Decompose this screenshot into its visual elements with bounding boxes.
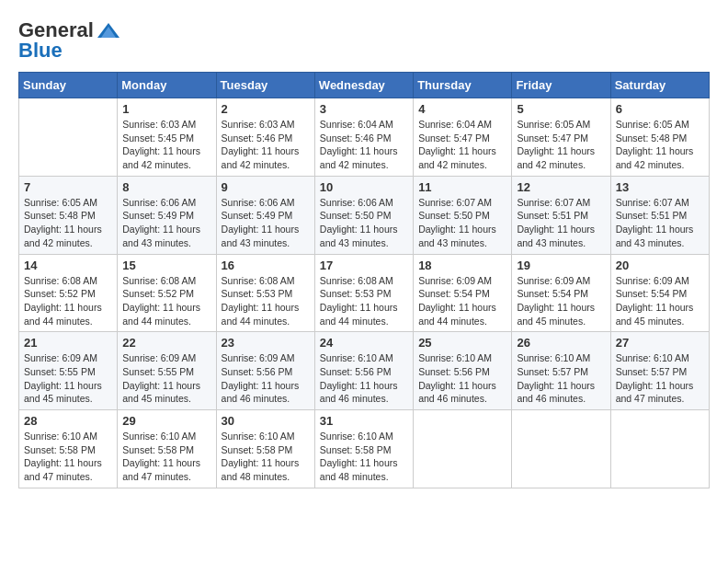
calendar-week-row: 28Sunrise: 6:10 AMSunset: 5:58 PMDayligh… — [19, 410, 710, 488]
day-detail: Sunrise: 6:05 AMSunset: 5:48 PMDaylight:… — [616, 118, 704, 172]
day-detail: Sunrise: 6:08 AMSunset: 5:53 PMDaylight:… — [320, 274, 408, 328]
day-detail: Sunrise: 6:05 AMSunset: 5:48 PMDaylight:… — [24, 196, 112, 250]
day-number: 25 — [418, 336, 506, 350]
day-detail: Sunrise: 6:09 AMSunset: 5:56 PMDaylight:… — [222, 351, 310, 406]
calendar-cell: 2Sunrise: 6:03 AMSunset: 5:46 PMDaylight… — [216, 98, 314, 177]
calendar-cell: 16Sunrise: 6:08 AMSunset: 5:53 PMDayligh… — [216, 254, 314, 332]
day-number: 19 — [517, 259, 605, 272]
calendar-cell: 6Sunrise: 6:05 AMSunset: 5:48 PMDaylight… — [610, 98, 709, 177]
logo: General Blue — [18, 18, 121, 63]
day-detail: Sunrise: 6:10 AMSunset: 5:56 PMDaylight:… — [418, 351, 506, 406]
calendar-cell: 1Sunrise: 6:03 AMSunset: 5:45 PMDaylight… — [118, 98, 216, 177]
calendar-cell: 31Sunrise: 6:10 AMSunset: 5:58 PMDayligh… — [314, 410, 413, 488]
day-header-sunday: Sunday — [19, 73, 118, 98]
calendar-week-row: 7Sunrise: 6:05 AMSunset: 5:48 PMDaylight… — [19, 176, 710, 254]
calendar-cell — [512, 410, 610, 488]
day-number: 11 — [418, 180, 506, 194]
calendar-week-row: 1Sunrise: 6:03 AMSunset: 5:45 PMDaylight… — [19, 98, 710, 177]
calendar-week-row: 14Sunrise: 6:08 AMSunset: 5:52 PMDayligh… — [19, 254, 710, 332]
day-number: 26 — [517, 336, 605, 350]
day-number: 27 — [616, 336, 704, 350]
day-number: 10 — [320, 180, 408, 194]
calendar-week-row: 21Sunrise: 6:09 AMSunset: 5:55 PMDayligh… — [19, 332, 710, 410]
calendar-cell — [414, 410, 512, 488]
day-detail: Sunrise: 6:08 AMSunset: 5:52 PMDaylight:… — [24, 274, 112, 328]
calendar-cell: 12Sunrise: 6:07 AMSunset: 5:51 PMDayligh… — [512, 176, 610, 254]
day-detail: Sunrise: 6:07 AMSunset: 5:51 PMDaylight:… — [616, 196, 704, 250]
day-number: 5 — [517, 102, 605, 116]
calendar-cell: 14Sunrise: 6:08 AMSunset: 5:52 PMDayligh… — [19, 254, 118, 332]
day-header-tuesday: Tuesday — [216, 73, 314, 98]
day-number: 4 — [418, 102, 506, 116]
day-detail: Sunrise: 6:10 AMSunset: 5:57 PMDaylight:… — [517, 351, 605, 406]
calendar-cell — [19, 98, 118, 177]
day-detail: Sunrise: 6:03 AMSunset: 5:46 PMDaylight:… — [222, 118, 310, 172]
day-number: 28 — [24, 414, 112, 428]
calendar-cell: 9Sunrise: 6:06 AMSunset: 5:49 PMDaylight… — [216, 176, 314, 254]
day-detail: Sunrise: 6:05 AMSunset: 5:47 PMDaylight:… — [517, 118, 605, 172]
day-number: 8 — [122, 180, 210, 194]
day-number: 15 — [122, 259, 210, 272]
calendar-cell: 19Sunrise: 6:09 AMSunset: 5:54 PMDayligh… — [512, 254, 610, 332]
calendar-table: SundayMondayTuesdayWednesdayThursdayFrid… — [18, 72, 710, 488]
day-detail: Sunrise: 6:09 AMSunset: 5:54 PMDaylight:… — [517, 274, 605, 328]
day-detail: Sunrise: 6:09 AMSunset: 5:54 PMDaylight:… — [418, 274, 506, 328]
calendar-cell: 28Sunrise: 6:10 AMSunset: 5:58 PMDayligh… — [19, 410, 118, 488]
logo-blue-text: Blue — [18, 39, 63, 63]
calendar-cell: 22Sunrise: 6:09 AMSunset: 5:55 PMDayligh… — [118, 332, 216, 410]
calendar-cell: 4Sunrise: 6:04 AMSunset: 5:47 PMDaylight… — [414, 98, 512, 177]
day-detail: Sunrise: 6:06 AMSunset: 5:49 PMDaylight:… — [222, 196, 310, 250]
day-number: 14 — [24, 259, 112, 272]
calendar-cell: 11Sunrise: 6:07 AMSunset: 5:50 PMDayligh… — [414, 176, 512, 254]
calendar-cell: 25Sunrise: 6:10 AMSunset: 5:56 PMDayligh… — [414, 332, 512, 410]
day-header-friday: Friday — [512, 73, 610, 98]
day-number: 29 — [122, 414, 210, 428]
calendar-cell: 15Sunrise: 6:08 AMSunset: 5:52 PMDayligh… — [118, 254, 216, 332]
calendar-cell: 24Sunrise: 6:10 AMSunset: 5:56 PMDayligh… — [314, 332, 413, 410]
day-number: 23 — [222, 336, 310, 350]
day-detail: Sunrise: 6:10 AMSunset: 5:58 PMDaylight:… — [24, 430, 112, 484]
day-detail: Sunrise: 6:03 AMSunset: 5:45 PMDaylight:… — [122, 118, 210, 172]
day-header-thursday: Thursday — [414, 73, 512, 98]
calendar-cell: 13Sunrise: 6:07 AMSunset: 5:51 PMDayligh… — [610, 176, 709, 254]
day-detail: Sunrise: 6:07 AMSunset: 5:50 PMDaylight:… — [418, 196, 506, 250]
day-detail: Sunrise: 6:09 AMSunset: 5:55 PMDaylight:… — [122, 351, 210, 406]
day-number: 13 — [616, 180, 704, 194]
calendar-cell: 26Sunrise: 6:10 AMSunset: 5:57 PMDayligh… — [512, 332, 610, 410]
day-number: 22 — [122, 336, 210, 350]
day-detail: Sunrise: 6:10 AMSunset: 5:56 PMDaylight:… — [320, 351, 408, 406]
calendar-cell: 10Sunrise: 6:06 AMSunset: 5:50 PMDayligh… — [314, 176, 413, 254]
day-number: 7 — [24, 180, 112, 194]
calendar-cell: 23Sunrise: 6:09 AMSunset: 5:56 PMDayligh… — [216, 332, 314, 410]
day-number: 20 — [616, 259, 704, 272]
calendar-cell — [610, 410, 709, 488]
calendar-cell: 21Sunrise: 6:09 AMSunset: 5:55 PMDayligh… — [19, 332, 118, 410]
day-number: 17 — [320, 259, 408, 272]
calendar-cell: 20Sunrise: 6:09 AMSunset: 5:54 PMDayligh… — [610, 254, 709, 332]
day-number: 16 — [222, 259, 310, 272]
calendar-cell: 29Sunrise: 6:10 AMSunset: 5:58 PMDayligh… — [118, 410, 216, 488]
day-header-saturday: Saturday — [610, 73, 709, 98]
calendar-cell: 8Sunrise: 6:06 AMSunset: 5:49 PMDaylight… — [118, 176, 216, 254]
calendar-cell: 7Sunrise: 6:05 AMSunset: 5:48 PMDaylight… — [19, 176, 118, 254]
day-number: 31 — [320, 414, 408, 428]
day-detail: Sunrise: 6:10 AMSunset: 5:58 PMDaylight:… — [320, 430, 408, 484]
day-detail: Sunrise: 6:04 AMSunset: 5:46 PMDaylight:… — [320, 118, 408, 172]
day-number: 24 — [320, 336, 408, 350]
calendar-cell: 17Sunrise: 6:08 AMSunset: 5:53 PMDayligh… — [314, 254, 413, 332]
day-number: 21 — [24, 336, 112, 350]
calendar-cell: 5Sunrise: 6:05 AMSunset: 5:47 PMDaylight… — [512, 98, 610, 177]
calendar-header-row: SundayMondayTuesdayWednesdayThursdayFrid… — [19, 73, 710, 98]
day-detail: Sunrise: 6:09 AMSunset: 5:55 PMDaylight:… — [24, 351, 112, 406]
calendar-cell: 30Sunrise: 6:10 AMSunset: 5:58 PMDayligh… — [216, 410, 314, 488]
day-detail: Sunrise: 6:07 AMSunset: 5:51 PMDaylight:… — [517, 196, 605, 250]
day-number: 12 — [517, 180, 605, 194]
calendar-cell: 3Sunrise: 6:04 AMSunset: 5:46 PMDaylight… — [314, 98, 413, 177]
day-number: 18 — [418, 259, 506, 272]
logo-icon — [96, 21, 121, 40]
day-number: 6 — [616, 102, 704, 116]
day-number: 2 — [222, 102, 310, 116]
page-header: General Blue — [18, 18, 710, 63]
day-detail: Sunrise: 6:09 AMSunset: 5:54 PMDaylight:… — [616, 274, 704, 328]
day-header-wednesday: Wednesday — [314, 73, 413, 98]
